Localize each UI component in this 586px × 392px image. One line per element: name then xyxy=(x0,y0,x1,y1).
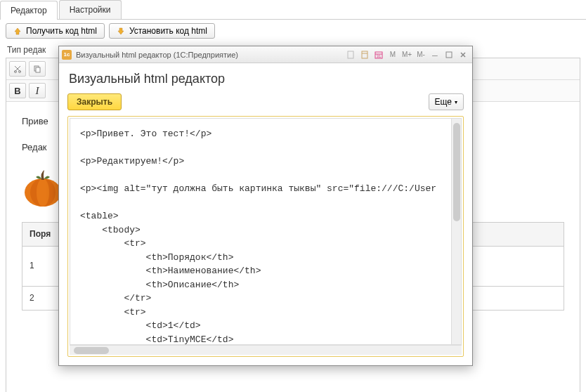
tab-editor[interactable]: Редактор xyxy=(0,1,58,20)
pumpkin-image xyxy=(22,166,64,208)
more-button[interactable]: Еще▾ xyxy=(429,93,464,110)
html-editor-dialog: 1c Визуальный html редактор (1С:Предприя… xyxy=(58,46,473,366)
horizontal-scrollbar[interactable] xyxy=(70,345,462,355)
close-button[interactable] xyxy=(457,49,469,60)
svg-text:31: 31 xyxy=(377,54,382,58)
doc-icon[interactable] xyxy=(344,49,357,60)
get-html-button[interactable]: Получить код html xyxy=(6,23,105,39)
dialog-window-title: Визуальный html редактор (1С:Предприятие… xyxy=(76,51,340,59)
svg-rect-7 xyxy=(348,51,353,58)
code-container: <p>Привет. Это тест!</p> <p>Редактируем!… xyxy=(67,116,464,357)
vertical-scrollbar[interactable] xyxy=(451,119,461,344)
dialog-titlebar[interactable]: 1c Визуальный html редактор (1С:Предприя… xyxy=(59,46,472,63)
svg-rect-3 xyxy=(36,67,40,72)
set-html-label: Установить код html xyxy=(129,26,207,36)
m-minus-button[interactable]: M- xyxy=(415,49,427,60)
close-dialog-button[interactable]: Закрыть xyxy=(67,93,122,110)
code-text[interactable]: <p>Привет. Это тест!</p> <p>Редактируем!… xyxy=(70,119,461,345)
cut-button[interactable] xyxy=(9,61,26,77)
set-html-button[interactable]: Установить код html xyxy=(109,23,215,39)
m-plus-button[interactable]: M+ xyxy=(401,49,413,60)
svg-rect-13 xyxy=(446,52,452,58)
type-label: Тип редак xyxy=(7,45,46,55)
svg-point-1 xyxy=(19,71,21,73)
bold-button[interactable]: B xyxy=(9,83,26,98)
italic-button[interactable]: I xyxy=(29,83,46,98)
dialog-heading: Визуальный html редактор xyxy=(69,72,462,86)
scroll-thumb[interactable] xyxy=(453,123,460,221)
scroll-thumb[interactable] xyxy=(74,347,109,354)
calendar-icon[interactable]: 31 xyxy=(372,49,385,60)
main-tabs: Редактор Настройки xyxy=(0,0,586,20)
arrow-up-icon xyxy=(13,27,22,35)
m-button[interactable]: M xyxy=(386,49,399,60)
dialog-button-row: Закрыть Еще▾ xyxy=(59,91,472,116)
titlebar-controls: 31 M M+ M- – xyxy=(344,49,469,60)
code-scroll[interactable]: <p>Привет. Это тест!</p> <p>Редактируем!… xyxy=(70,118,462,345)
arrow-down-icon xyxy=(117,27,125,35)
get-html-label: Получить код html xyxy=(26,26,97,36)
minimize-button[interactable]: – xyxy=(429,49,441,60)
chevron-down-icon: ▾ xyxy=(455,99,457,105)
toolbar: Получить код html Установить код html xyxy=(0,20,586,42)
copy-button[interactable] xyxy=(29,61,46,77)
calc-icon[interactable] xyxy=(358,49,371,60)
svg-point-0 xyxy=(15,71,17,73)
maximize-button[interactable] xyxy=(443,49,455,60)
svg-point-6 xyxy=(37,178,49,207)
tab-settings[interactable]: Настройки xyxy=(59,0,122,19)
dialog-header: Визуальный html редактор xyxy=(59,63,472,91)
app-logo-icon: 1c xyxy=(62,50,72,60)
svg-rect-8 xyxy=(362,51,367,58)
